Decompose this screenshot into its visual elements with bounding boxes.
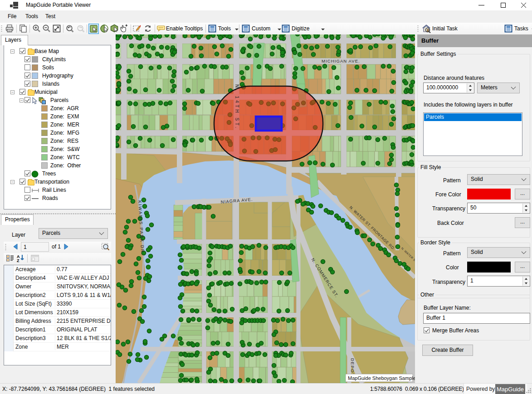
svg-text:DEPOT: DEPOT (350, 358, 355, 376)
svg-text:N. 14TH ST.: N. 14TH ST. (234, 84, 239, 130)
svg-text:Z: Z (17, 258, 20, 263)
svg-text:MapGuide Sheboygan Sample: MapGuide Sheboygan Sample (348, 375, 415, 381)
svg-text:MICHIGAN AVE.: MICHIGAN AVE. (322, 58, 360, 63)
